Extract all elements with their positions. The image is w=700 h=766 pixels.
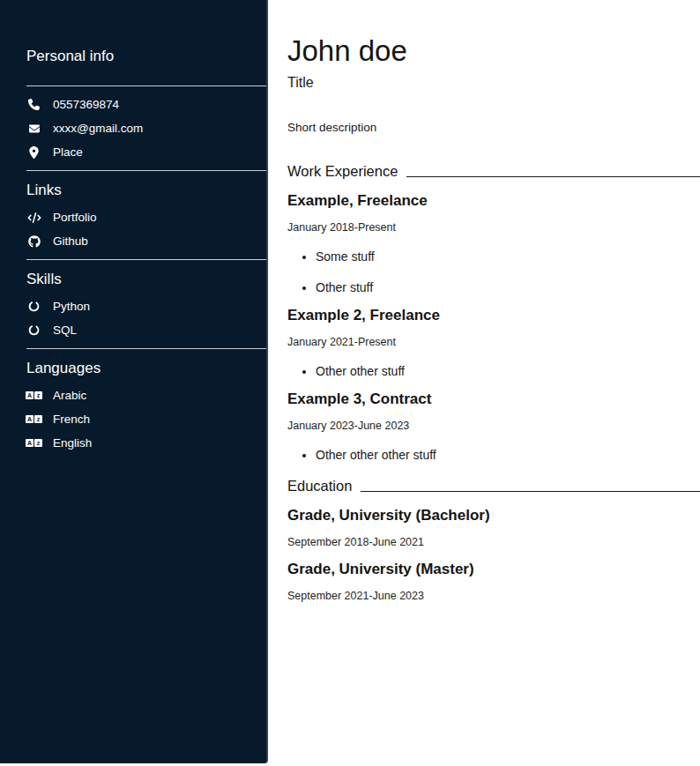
link-github[interactable]: Github [26, 234, 266, 249]
contact-place-row: Place [26, 145, 266, 160]
email-address: xxxx@gmail.com [53, 122, 143, 135]
skills-list: Python SQL [26, 299, 266, 338]
short-description: Short description [287, 121, 700, 134]
github-icon [26, 235, 41, 248]
links-list: Portfolio Github [26, 210, 266, 249]
language-icon: Az [26, 439, 41, 447]
education-title: Grade, University (Master) [287, 561, 700, 578]
languages-heading: Languages [26, 360, 266, 377]
work-experience-heading: Work Experience [287, 163, 398, 180]
location-pin-icon [26, 146, 41, 159]
education-section-title: Education [287, 478, 700, 495]
job-bullet: Other stuff [316, 280, 700, 294]
skill-sql: SQL [26, 323, 266, 338]
language-french: Az French [26, 412, 266, 427]
circle-notch-icon [26, 324, 41, 336]
job-period: January 2023-June 2023 [287, 420, 700, 432]
language-label: French [53, 413, 90, 426]
link-portfolio[interactable]: Portfolio [26, 210, 266, 225]
place-label: Place [53, 145, 83, 159]
contact-phone-row: 0557369874 [26, 97, 266, 112]
envelope-icon [26, 123, 41, 134]
job-title: Example 2, Freelance [287, 307, 700, 324]
resume-main: John doe Title Short description Work Ex… [270, 0, 700, 766]
languages-list: Az Arabic Az French Az English [26, 388, 266, 450]
job-bullet: Other other stuff [316, 364, 700, 378]
phone-number: 0557369874 [53, 98, 119, 111]
portfolio-link-label[interactable]: Portfolio [53, 211, 97, 224]
candidate-title: Title [287, 75, 700, 91]
sidebar: Personal info 0557369874 xxxx@gmail.com … [0, 0, 268, 763]
education-title: Grade, University (Bachelor) [287, 507, 700, 524]
job-bullet: Some stuff [316, 249, 700, 264]
personal-info-heading: Personal info [26, 48, 266, 65]
job-title: Example 3, Contract [287, 390, 700, 408]
skill-label: Python [53, 300, 90, 313]
education-heading: Education [287, 478, 352, 495]
job-bullet: Other other other stuff [316, 448, 700, 462]
circle-notch-icon [26, 301, 41, 312]
job-bullets: Other other other stuff [287, 448, 700, 462]
sidebar-divider [26, 348, 266, 349]
language-icon: Az [26, 391, 41, 399]
phone-icon [26, 99, 41, 110]
skills-heading: Skills [26, 271, 266, 288]
sidebar-divider [26, 170, 266, 171]
sidebar-divider [26, 259, 266, 260]
github-link-label[interactable]: Github [53, 234, 88, 248]
language-label: Arabic [53, 389, 86, 402]
job-title: Example, Freelance [287, 192, 700, 210]
candidate-name: John doe [287, 35, 700, 67]
job-bullets: Some stuff Other stuff [287, 249, 700, 294]
language-label: English [53, 436, 92, 450]
skill-python: Python [26, 299, 266, 314]
job-period: January 2018-Present [287, 221, 700, 234]
education-period: September 2018-June 2021 [287, 536, 700, 548]
job-bullets: Other other stuff [287, 364, 700, 378]
links-heading: Links [26, 182, 266, 199]
skill-label: SQL [53, 324, 77, 337]
personal-info-list: 0557369874 xxxx@gmail.com Place [26, 97, 266, 160]
education-period: September 2021-June 2023 [287, 590, 700, 602]
job-period: January 2021-Present [287, 336, 700, 348]
section-rule [361, 491, 700, 492]
code-icon [26, 212, 41, 223]
contact-email-row: xxxx@gmail.com [26, 121, 266, 136]
language-english: Az English [26, 435, 266, 450]
language-arabic: Az Arabic [26, 388, 266, 403]
work-experience-section-title: Work Experience [287, 163, 700, 180]
section-rule [406, 176, 700, 177]
language-icon: Az [26, 415, 41, 423]
sidebar-divider [26, 86, 266, 86]
